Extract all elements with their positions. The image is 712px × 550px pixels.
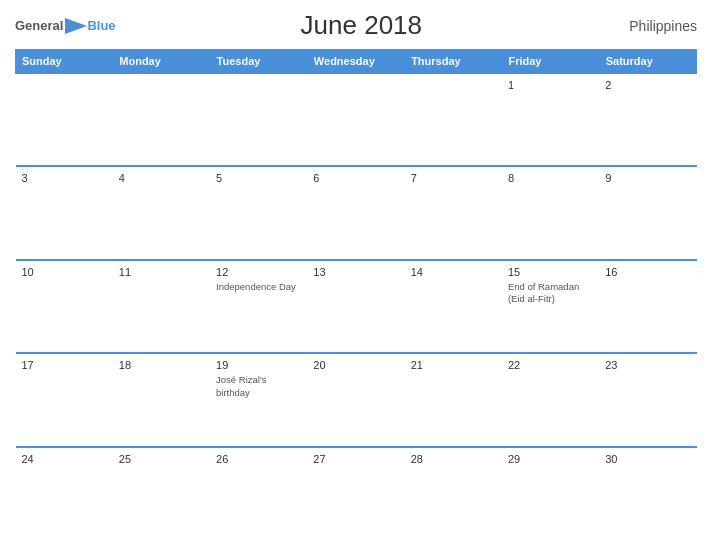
date-number: 19 xyxy=(216,359,301,371)
col-friday: Friday xyxy=(502,50,599,74)
date-number: 21 xyxy=(411,359,496,371)
date-number: 27 xyxy=(313,453,398,465)
date-number: 29 xyxy=(508,453,593,465)
date-number: 5 xyxy=(216,172,301,184)
date-number: 3 xyxy=(22,172,107,184)
calendar-cell: 22 xyxy=(502,353,599,446)
calendar-cell: 28 xyxy=(405,447,502,540)
calendar-cell: 29 xyxy=(502,447,599,540)
calendar-cell: 14 xyxy=(405,260,502,353)
calendar-cell: 9 xyxy=(599,166,696,259)
logo: General Blue xyxy=(15,18,116,34)
date-number: 2 xyxy=(605,79,690,91)
date-number: 16 xyxy=(605,266,690,278)
calendar-cell: 27 xyxy=(307,447,404,540)
logo-blue-text: Blue xyxy=(87,18,115,33)
col-wednesday: Wednesday xyxy=(307,50,404,74)
date-number: 12 xyxy=(216,266,301,278)
svg-marker-0 xyxy=(65,18,87,34)
calendar-cell: 25 xyxy=(113,447,210,540)
date-number: 10 xyxy=(22,266,107,278)
calendar-cell: 11 xyxy=(113,260,210,353)
calendar-cell xyxy=(210,73,307,166)
col-monday: Monday xyxy=(113,50,210,74)
calendar-cell: 15End of Ramadan (Eid al-Fitr) xyxy=(502,260,599,353)
logo-flag-icon xyxy=(65,18,87,34)
calendar-table: Sunday Monday Tuesday Wednesday Thursday… xyxy=(15,49,697,540)
date-number: 9 xyxy=(605,172,690,184)
calendar-cell: 24 xyxy=(16,447,113,540)
calendar-cell: 20 xyxy=(307,353,404,446)
date-number: 24 xyxy=(22,453,107,465)
col-thursday: Thursday xyxy=(405,50,502,74)
calendar-cell: 26 xyxy=(210,447,307,540)
date-number: 11 xyxy=(119,266,204,278)
date-number: 8 xyxy=(508,172,593,184)
calendar-cell: 1 xyxy=(502,73,599,166)
holiday-label: Independence Day xyxy=(216,281,301,293)
holiday-label: End of Ramadan (Eid al-Fitr) xyxy=(508,281,593,306)
col-sunday: Sunday xyxy=(16,50,113,74)
header: General Blue June 2018 Philippines xyxy=(15,10,697,41)
calendar-cell: 23 xyxy=(599,353,696,446)
date-number: 7 xyxy=(411,172,496,184)
calendar-cell: 12Independence Day xyxy=(210,260,307,353)
calendar-cell xyxy=(113,73,210,166)
country-label: Philippines xyxy=(607,18,697,34)
calendar-cell xyxy=(16,73,113,166)
date-number: 17 xyxy=(22,359,107,371)
calendar-cell: 3 xyxy=(16,166,113,259)
calendar-header-row: Sunday Monday Tuesday Wednesday Thursday… xyxy=(16,50,697,74)
date-number: 6 xyxy=(313,172,398,184)
calendar-week-row: 171819José Rizal's birthday20212223 xyxy=(16,353,697,446)
calendar-page: General Blue June 2018 Philippines Sunda… xyxy=(0,0,712,550)
calendar-cell: 30 xyxy=(599,447,696,540)
calendar-cell: 21 xyxy=(405,353,502,446)
calendar-cell: 8 xyxy=(502,166,599,259)
logo-general-text: General xyxy=(15,18,63,33)
calendar-week-row: 3456789 xyxy=(16,166,697,259)
calendar-body: 123456789101112Independence Day131415End… xyxy=(16,73,697,540)
col-saturday: Saturday xyxy=(599,50,696,74)
date-number: 30 xyxy=(605,453,690,465)
calendar-title: June 2018 xyxy=(116,10,607,41)
calendar-cell: 4 xyxy=(113,166,210,259)
calendar-cell xyxy=(405,73,502,166)
date-number: 14 xyxy=(411,266,496,278)
calendar-cell: 16 xyxy=(599,260,696,353)
date-number: 1 xyxy=(508,79,593,91)
date-number: 15 xyxy=(508,266,593,278)
date-number: 13 xyxy=(313,266,398,278)
date-number: 18 xyxy=(119,359,204,371)
date-number: 23 xyxy=(605,359,690,371)
calendar-cell xyxy=(307,73,404,166)
date-number: 20 xyxy=(313,359,398,371)
date-number: 22 xyxy=(508,359,593,371)
calendar-cell: 13 xyxy=(307,260,404,353)
calendar-cell: 2 xyxy=(599,73,696,166)
calendar-cell: 7 xyxy=(405,166,502,259)
calendar-cell: 18 xyxy=(113,353,210,446)
calendar-cell: 19José Rizal's birthday xyxy=(210,353,307,446)
calendar-cell: 5 xyxy=(210,166,307,259)
col-tuesday: Tuesday xyxy=(210,50,307,74)
date-number: 4 xyxy=(119,172,204,184)
date-number: 25 xyxy=(119,453,204,465)
calendar-week-row: 12 xyxy=(16,73,697,166)
calendar-cell: 17 xyxy=(16,353,113,446)
calendar-week-row: 101112Independence Day131415End of Ramad… xyxy=(16,260,697,353)
calendar-week-row: 24252627282930 xyxy=(16,447,697,540)
date-number: 26 xyxy=(216,453,301,465)
holiday-label: José Rizal's birthday xyxy=(216,374,301,399)
date-number: 28 xyxy=(411,453,496,465)
calendar-cell: 10 xyxy=(16,260,113,353)
calendar-cell: 6 xyxy=(307,166,404,259)
